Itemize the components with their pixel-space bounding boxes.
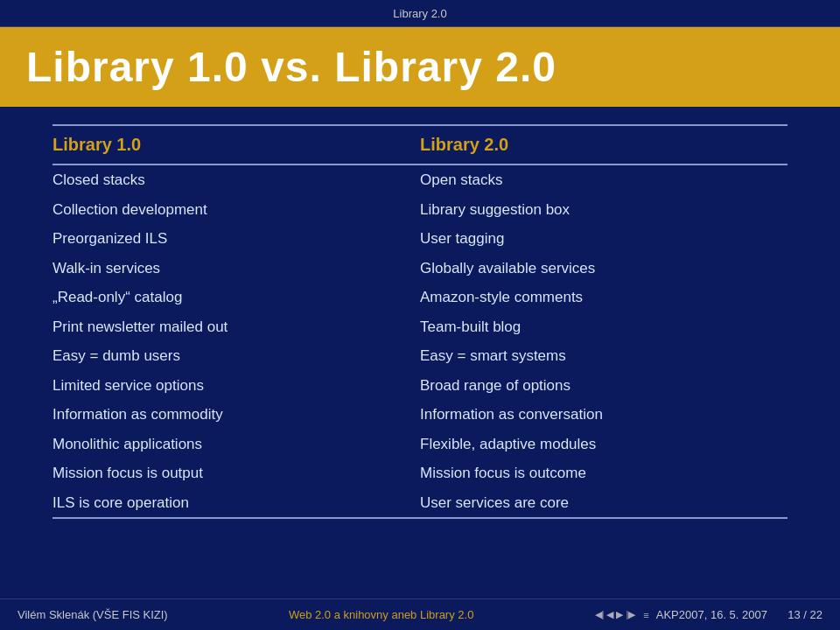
comparison-table: Library 1.0 Library 2.0 Closed stacksOpe… (52, 124, 788, 522)
table-row: „Read-only“ catalogAmazon-style comments (52, 283, 788, 312)
col2-cell: Amazon-style comments (420, 283, 788, 312)
footer: Vilém Sklenák (VŠE FIS KIZI) Web 2.0 a k… (0, 598, 840, 630)
page-title: Library 1.0 vs. Library 2.0 (26, 43, 814, 91)
col1-cell: Information as commodity (52, 400, 420, 430)
col1-cell: Preorganized ILS (52, 224, 420, 254)
footer-right: ◀| ◀ ▶ |▶ ≡ AKP2007, 16. 5. 2007 13 / 22 (595, 608, 822, 621)
col2-cell: Open stacks (420, 164, 788, 195)
table-row: Mission focus is outputMission focus is … (52, 458, 788, 488)
title-bar-text: Library 2.0 (393, 7, 446, 20)
footer-conference: AKP2007, 16. 5. 2007 (656, 608, 767, 621)
col2-cell: Globally available services (420, 254, 788, 284)
col2-cell: Flexible, adaptive modules (420, 430, 788, 459)
nav-next-icon[interactable]: ▶ (616, 609, 623, 620)
table-row: Easy = dumb usersEasy = smart systems (52, 341, 788, 371)
main-heading-bar: Library 1.0 vs. Library 2.0 (0, 27, 840, 107)
footer-subtitle: Web 2.0 a knihovny aneb Library 2.0 (289, 608, 474, 621)
col1-cell: Walk-in services (52, 254, 420, 284)
col1-header: Library 1.0 (52, 125, 420, 164)
col1-cell: „Read-only“ catalog (52, 283, 420, 312)
col1-cell: Mission focus is output (52, 458, 420, 488)
table-row: Information as commodityInformation as c… (52, 400, 788, 430)
col1-cell: Print newsletter mailed out (52, 312, 420, 342)
col1-cell: Easy = dumb users (52, 341, 420, 371)
table-row: Collection developmentLibrary suggestion… (52, 195, 788, 225)
col2-cell: Easy = smart systems (420, 341, 788, 371)
nav-first-icon[interactable]: ◀| (595, 609, 605, 620)
table-row: Monolithic applicationsFlexible, adaptiv… (52, 430, 788, 459)
col2-header: Library 2.0 (420, 125, 788, 164)
col2-cell: Information as conversation (420, 400, 788, 430)
col1-cell: Closed stacks (52, 164, 420, 195)
footer-author: Vilém Sklenák (VŠE FIS KIZI) (18, 608, 168, 621)
col2-cell: User tagging (420, 224, 788, 254)
main-content: Library 1.0 Library 2.0 Closed stacksOpe… (0, 107, 840, 531)
footer-page: 13 / 22 (788, 608, 822, 621)
table-row: Limited service optionsBroad range of op… (52, 371, 788, 401)
table-row: ILS is core operationUser services are c… (52, 488, 788, 519)
col2-cell: User services are core (420, 488, 788, 519)
table-row: Closed stacksOpen stacks (52, 164, 788, 195)
col1-cell: ILS is core operation (52, 488, 420, 519)
col1-cell: Collection development (52, 195, 420, 225)
col2-cell: Library suggestion box (420, 195, 788, 225)
col2-cell: Mission focus is outcome (420, 458, 788, 488)
title-bar: Library 2.0 (0, 0, 840, 27)
col1-cell: Limited service options (52, 371, 420, 401)
col2-cell: Team-built blog (420, 312, 788, 342)
nav-prev-icon[interactable]: ◀ (606, 609, 613, 620)
col1-cell: Monolithic applications (52, 430, 420, 459)
nav-last-icon[interactable]: |▶ (626, 609, 635, 620)
table-row: Walk-in servicesGlobally available servi… (52, 254, 788, 284)
table-row: Preorganized ILSUser tagging (52, 224, 788, 254)
nav-menu-icon[interactable]: ≡ (643, 610, 648, 620)
nav-icons[interactable]: ◀| ◀ ▶ |▶ ≡ (595, 609, 649, 620)
col2-cell: Broad range of options (420, 371, 788, 401)
table-row: Print newsletter mailed outTeam-built bl… (52, 312, 788, 342)
